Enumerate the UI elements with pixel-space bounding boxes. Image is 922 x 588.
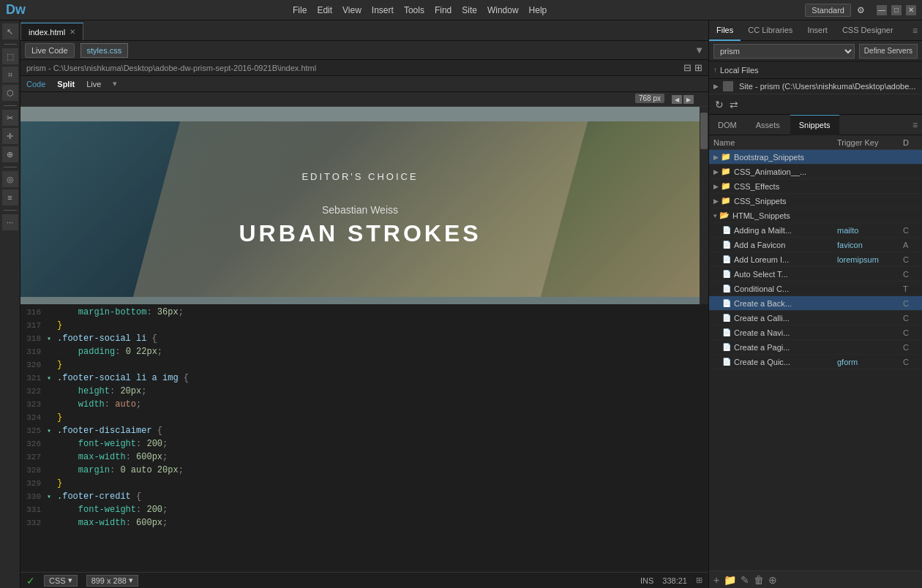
split-view-btn[interactable]: Split [57,80,75,88]
ruler-resize-arrows[interactable]: ◀ ▶ [672,95,694,104]
tab-dom[interactable]: DOM [709,115,746,135]
close-button[interactable]: ✕ [906,5,916,15]
snippet-item-autoselect[interactable]: 📄Auto Select T... C [709,267,922,282]
code-line-318: 318 ▾ .footer-social li { [20,332,708,345]
ruler-arrow-left[interactable]: ◀ [672,95,682,104]
snippet-folder-html-snippets[interactable]: ▾ 📂 HTML_Snippets [709,208,922,223]
status-dims-selector[interactable]: 899 x 288 ▾ [86,575,138,587]
tab-css-designer[interactable]: CSS Designer [835,20,901,41]
live-view-btn[interactable]: Live [86,80,101,88]
tool-eyedrop[interactable]: ◎ [2,171,18,187]
snippet-item-create-quic[interactable]: 📄Create a Quic... gform C [709,355,922,369]
tool-scissors[interactable]: ✂ [2,110,18,126]
filter-icon[interactable]: ▼ [694,45,704,56]
status-dims-label: 899 x 288 [91,576,127,585]
live-code-button[interactable]: Live Code [25,43,75,58]
tool-format[interactable]: ≡ [2,189,18,206]
editor-choice-label: EDITOR'S CHOICE [239,171,481,182]
line-content-326: font-weight: 200; [56,439,708,449]
tool-zoom[interactable]: ⊕ [2,146,18,162]
snippet-folder-css-snippets[interactable]: ▶ 📁 CSS_Snippets [709,194,922,208]
line-content-317: } [56,320,708,331]
tool-insert-div[interactable]: ⬚ [2,48,18,64]
styles-css-tag[interactable]: styles.css [80,43,129,58]
snippet-item-mailto[interactable]: 📄Adding a Mailt... mailto C [709,223,922,238]
menu-find[interactable]: Find [435,5,451,15]
tool-spry[interactable]: ⬡ [2,85,18,101]
file-tree-site-item[interactable]: ▶ Site - prism (C:\Users\nishkuma\Deskto… [709,79,922,94]
define-servers-button[interactable]: Define Servers [859,44,918,59]
snippet-new-icon[interactable]: + [713,574,719,586]
snippet-folder-css-effects[interactable]: ▶ 📁 CSS_Effects [709,179,922,194]
snippet-item-lorem[interactable]: 📄Add Loreum I... loremipsum C [709,252,922,267]
ruler-arrow-right[interactable]: ▶ [683,95,694,104]
menu-edit[interactable]: Edit [317,5,332,15]
preview-canvas: EDITOR'S CHOICE Sebastian Weiss URBAN ST… [20,107,700,304]
snippet-insert-icon[interactable]: ⊕ [768,574,777,586]
line-content-321: .footer-social li a img { [56,373,708,383]
code-view-btn[interactable]: Code [26,80,45,88]
path-icon-1[interactable]: ⊟ [683,62,692,73]
menu-tools[interactable]: Tools [404,5,424,15]
tool-move[interactable]: ✛ [2,128,18,144]
code-editor[interactable]: 316 margin-bottom: 36px; 317 } 318 ▾ .fo… [20,304,708,572]
snippet-item-create-navi[interactable]: 📄Create a Navi... C [709,325,922,340]
bottom-panel-menu-icon[interactable]: ≡ [912,120,918,130]
tab-index-html[interactable]: index.html ✕ [20,23,83,40]
refresh-icon[interactable]: ↻ [715,99,724,110]
tool-draw-ap[interactable]: ⌗ [2,67,18,83]
workspace-dropdown[interactable]: Standard [805,4,851,17]
create-navi-d: C [903,328,918,337]
line-content-324: } [56,412,708,423]
right-panel-menu-icon[interactable]: ≡ [912,26,918,36]
tab-assets[interactable]: Assets [747,115,789,135]
tab-close-icon[interactable]: ✕ [70,28,75,36]
sync-icon[interactable]: ⇄ [730,99,738,110]
live-dropdown-icon[interactable]: ▾ [113,79,117,88]
snippet-item-conditional[interactable]: 📄Conditional C... T [709,282,922,296]
site-select[interactable]: prism [713,44,855,59]
right-panel-icons: ≡ [912,26,922,36]
gear-icon[interactable]: ⚙ [857,5,865,15]
favicon-trigger: favicon [837,241,903,249]
menu-site[interactable]: Site [462,5,477,15]
snippet-folder-css-animation[interactable]: ▶ 📁 CSS_Animation__... [709,165,922,179]
tool-more[interactable]: ··· [2,214,18,230]
menu-view[interactable]: View [342,5,361,15]
minimize-button[interactable]: — [877,5,887,15]
file-path: prism - C:\Users\nishkuma\Desktop\adobe-… [26,64,316,72]
path-icon-2[interactable]: ⊞ [694,62,702,73]
menu-insert[interactable]: Insert [372,5,394,15]
refresh-row: ↻ ⇄ [709,94,922,115]
status-ok-icon: ✓ [26,575,35,587]
snippet-delete-icon[interactable]: 🗑 [754,574,764,586]
lorem-file-icon: 📄 [722,255,731,263]
menu-window[interactable]: Window [487,5,519,15]
menu-file[interactable]: File [293,5,307,15]
tab-insert[interactable]: Insert [800,20,835,41]
tab-cc-libraries[interactable]: CC Libraries [741,20,800,41]
tab-snippets[interactable]: Snippets [790,115,839,135]
tool-select[interactable]: ↖ [2,23,18,39]
snippet-new-folder-icon[interactable]: 📁 [724,574,736,586]
tab-files[interactable]: Files [709,20,741,41]
snippet-item-create-pagi[interactable]: 📄Create a Pagi... C [709,340,922,355]
line-arrow-325: ▾ [47,426,56,435]
maximize-button[interactable]: □ [891,5,902,15]
code-line-332: 332 max-width: 600px; [20,516,708,529]
snippet-folder-bootstrap[interactable]: ▶ 📁 Bootstrap_Snippets [709,150,922,165]
tab-bar: index.html ✕ [20,20,708,41]
snippet-item-favicon[interactable]: 📄Add a Favicon favicon A [709,238,922,252]
menu-help[interactable]: Help [529,5,547,15]
create-quic-label: Create a Quic... [734,358,790,366]
snippet-item-create-back[interactable]: 📄Create a Back... C [709,296,922,311]
status-lang-selector[interactable]: CSS ▾ [44,575,78,587]
file-tree: ▶ Site - prism (C:\Users\nishkuma\Deskto… [709,79,922,94]
local-files-expand-icon[interactable]: ↑ [713,66,717,74]
snippet-edit-icon[interactable]: ✎ [741,574,749,586]
preview-scrollbar[interactable] [700,107,708,304]
app-logo: Dw [6,2,26,18]
snippet-item-create-calli[interactable]: 📄Create a Calli... C [709,311,922,325]
screen-mode-icon[interactable]: ⊞ [696,576,702,585]
preview-scrollbar-thumb[interactable] [700,113,708,149]
